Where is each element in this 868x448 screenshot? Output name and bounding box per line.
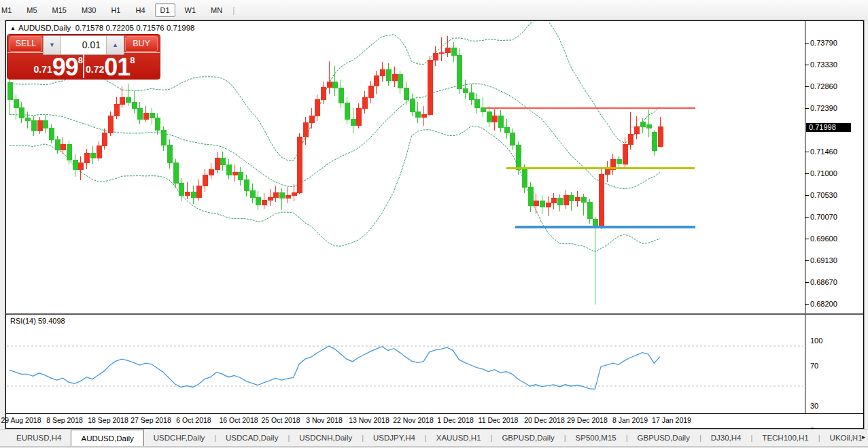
tab-usdcad-daily[interactable]: USDCAD,Daily xyxy=(216,430,288,447)
tab-usdchf-daily[interactable]: USDCHF,Daily xyxy=(144,430,214,447)
current-price-badge: 0.71998 xyxy=(806,123,851,132)
rsi-indicator-label: RSI(14) 59.4098 xyxy=(10,317,65,325)
timeframe-button-d1[interactable]: D1 xyxy=(155,3,175,17)
tab-eurusd-h4[interactable]: EURUSD,H4 xyxy=(7,430,71,447)
rsi-line xyxy=(10,346,660,389)
sell-button[interactable]: SELL xyxy=(10,36,42,52)
buy-price-big: 01 xyxy=(104,53,130,81)
sell-price-big: 99 xyxy=(52,53,78,81)
sell-price[interactable]: 0.71998 xyxy=(7,53,83,78)
timeframe-button-m5[interactable]: M5 xyxy=(21,3,42,17)
tab-gbpusd-daily[interactable]: GBPUSD,Daily xyxy=(628,430,699,447)
date-label: 1 Dec 2018 xyxy=(437,416,474,424)
chart-tab-bar: EURUSD,H4AUDUSD,DailyUSDCHF,Daily|USDCAD… xyxy=(0,429,868,447)
tab-sp500-m15[interactable]: SP500,M15 xyxy=(566,430,626,447)
price-tick: 0.72860 xyxy=(810,82,837,90)
price-tick: 0.71000 xyxy=(810,169,837,177)
tab-xauusd-h1[interactable]: XAUUSD,H1 xyxy=(427,430,491,447)
buy-price-sup: 8 xyxy=(130,55,135,65)
date-label: 18 Sep 2018 xyxy=(88,416,128,424)
price-tick: 0.69130 xyxy=(810,256,837,264)
lot-decrease-button[interactable]: ▼ xyxy=(44,36,61,54)
date-label: 8 Sep 2018 xyxy=(46,416,83,424)
one-click-trade-panel: SELL ▼ 0.01 ▲ BUY 0.71998 0.72018 xyxy=(7,34,160,80)
timeframe-button-m30[interactable]: M30 xyxy=(76,3,101,17)
date-label: 13 Nov 2018 xyxy=(349,416,389,424)
timeframe-button-w1[interactable]: W1 xyxy=(179,3,202,17)
date-label: 29 Aug 2018 xyxy=(1,416,41,424)
price-tick: 0.71460 xyxy=(810,148,837,156)
rsi-bottom-divider xyxy=(6,413,863,414)
tab-usdcnh-daily[interactable]: USDCNH,Daily xyxy=(290,430,362,447)
buy-button[interactable]: BUY xyxy=(125,36,158,52)
date-label: 27 Sep 2018 xyxy=(131,416,171,424)
tab-usdjpy-h4[interactable]: USDJPY,H4 xyxy=(364,430,425,447)
timeframe-button-h4[interactable]: H4 xyxy=(130,3,150,17)
toolbar-separator: | xyxy=(232,5,235,15)
timeframe-toolbar: M1M5M15M30H1H4D1W1MN| xyxy=(0,0,868,20)
tab-scroll-left-icon[interactable]: ◂ xyxy=(852,433,855,441)
tab-tech100-h1[interactable]: TECH100,H1 xyxy=(752,430,818,447)
date-label: 11 Dec 2018 xyxy=(479,416,519,424)
rsi-tick: 70 xyxy=(810,362,818,370)
date-label: 22 Nov 2018 xyxy=(393,416,434,424)
rsi-tick: 100 xyxy=(810,337,822,345)
chart-title: ▲AUDUSD,Daily 0.71578 0.72205 0.71576 0.… xyxy=(10,24,195,32)
timeframe-button-h1[interactable]: H1 xyxy=(105,3,126,17)
date-label: 20 Dec 2018 xyxy=(524,416,565,424)
tab-audusd-daily[interactable]: AUDUSD,Daily xyxy=(71,430,143,447)
chart-symbol-label: AUDUSD,Daily xyxy=(18,24,71,32)
price-tick: 0.72390 xyxy=(810,104,837,112)
tab-scroll-arrows: ◂▸ xyxy=(852,429,865,446)
price-tick: 0.68200 xyxy=(810,300,837,308)
date-label: 6 Oct 2018 xyxy=(176,416,211,424)
sell-price-small: 0.71 xyxy=(33,64,52,75)
chart-ohlc-values: 0.71578 0.72205 0.71576 0.71998 xyxy=(75,24,195,32)
sell-price-sup: 8 xyxy=(78,55,83,65)
price-tick: 0.69600 xyxy=(810,235,837,243)
price-tick: 0.68670 xyxy=(810,278,837,286)
pane-divider[interactable] xyxy=(6,313,863,315)
date-label: 8 Jan 2019 xyxy=(612,416,648,424)
date-label: 17 Jan 2019 xyxy=(652,416,691,424)
date-label: 16 Oct 2018 xyxy=(219,416,258,424)
price-tick: 0.73330 xyxy=(810,61,837,69)
lot-size-stepper: ▼ 0.01 ▲ xyxy=(43,35,124,55)
date-label: 3 Nov 2018 xyxy=(306,416,343,424)
tab-scroll-right-icon[interactable]: ▸ xyxy=(862,433,865,441)
tab-dj30-h4[interactable]: DJ30,H4 xyxy=(701,430,751,447)
buy-price-small: 0.72 xyxy=(86,64,104,75)
date-label: 25 Oct 2018 xyxy=(261,416,300,424)
chart-window: ▲AUDUSD,Daily 0.71578 0.72205 0.71576 0.… xyxy=(5,20,864,429)
price-tick: 0.73790 xyxy=(810,39,837,47)
price-tick: 0.70070 xyxy=(810,213,837,221)
chart-canvas[interactable] xyxy=(6,21,863,428)
rsi-tick: 30 xyxy=(810,402,818,410)
rsi-pane xyxy=(7,346,803,389)
price-tick: 0.70530 xyxy=(810,191,837,199)
timeframe-button-m1[interactable]: M1 xyxy=(0,3,17,17)
lot-increase-button[interactable]: ▲ xyxy=(106,36,124,54)
chart-shift-icon: ▲ xyxy=(10,25,16,31)
date-label: 29 Dec 2018 xyxy=(567,416,608,424)
timeframe-button-m15[interactable]: M15 xyxy=(47,3,72,17)
tab-gbpusd-daily[interactable]: GBPUSD,Daily xyxy=(492,430,563,447)
buy-price[interactable]: 0.72018 xyxy=(84,53,160,78)
lot-size-input[interactable]: 0.01 xyxy=(61,36,106,54)
timeframe-button-mn[interactable]: MN xyxy=(205,3,228,17)
